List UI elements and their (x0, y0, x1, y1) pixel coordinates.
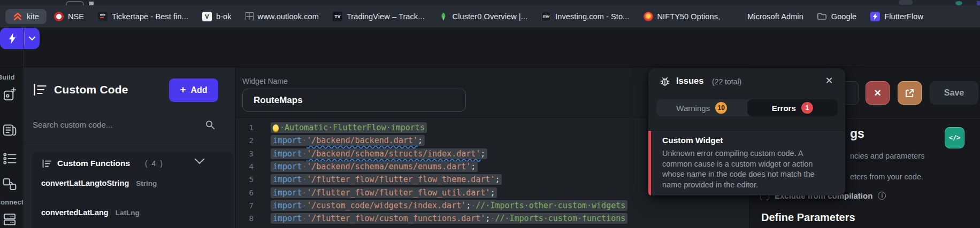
navigation-rail: Build Connect (0, 67, 24, 228)
bookmark-item[interactable]: kite (5, 9, 47, 24)
grid-favicon-icon (246, 12, 254, 20)
selected-code-text: import·'/backend/backend.dart'; (271, 135, 425, 146)
sidebar-item-integrations[interactable] (2, 176, 18, 192)
code-token: '/custom_code/widgets/index.dart' (307, 201, 466, 210)
code-token: import (273, 149, 302, 159)
code-token: ; (495, 175, 500, 184)
code-token: · (302, 188, 307, 198)
mongo-favicon-icon (439, 12, 448, 21)
line-number: 6 (236, 188, 271, 197)
microsoft-favicon-icon (734, 12, 743, 21)
settings-description-fragment: ncies and parameters (850, 152, 924, 160)
bookmark-label: Investing.com - Sto... (555, 12, 629, 21)
warnings-tab-label: Warnings (676, 104, 710, 113)
bookmark-item[interactable]: Vb-ok (202, 12, 232, 21)
lightbulb-icon[interactable] (273, 124, 279, 131)
custom-code-icon (33, 82, 48, 97)
bookmark-item[interactable]: TVTradingView – Track... (333, 12, 425, 21)
bookmark-item[interactable]: Google (817, 12, 856, 21)
run-app-split-button[interactable] (0, 28, 40, 49)
expand-editor-button[interactable] (898, 81, 922, 105)
warnings-count-badge: 10 (715, 102, 727, 114)
bookmark-item[interactable]: Microsoft Admin (734, 12, 803, 21)
code-token: · (302, 175, 307, 184)
code-line[interactable]: 8import·'/flutter_flow/custom_functions.… (236, 212, 749, 225)
tab-warnings[interactable]: Warnings 10 (656, 99, 747, 116)
line-number: 5 (236, 175, 271, 184)
close-editor-button[interactable]: ✕ (866, 81, 890, 105)
error-message: Unknown error compiling custom code. Aco… (662, 148, 839, 190)
lightning-icon[interactable] (0, 33, 24, 44)
bookmark-item[interactable]: Cluster0 Overview |... (439, 12, 528, 21)
search-custom-code-input[interactable] (33, 117, 209, 131)
run-options-chevron[interactable] (25, 36, 40, 41)
sidebar-item-widgets[interactable] (2, 87, 18, 103)
custom-functions-count: ( 4 ) (145, 159, 164, 168)
bookmark-label: Tickertape - Best fin... (112, 12, 188, 21)
bookmark-label: FlutterFlow (884, 12, 923, 21)
browser-toolbar-strip (0, 0, 980, 5)
selected-code-text: import·'/backend/schema/structs/index.da… (271, 148, 487, 159)
view-generated-code-button[interactable]: </> (945, 127, 964, 148)
widget-name-input[interactable] (242, 89, 466, 112)
bookmark-item[interactable]: FlutterFlow (870, 12, 923, 21)
bookmark-item[interactable]: Tickertape - Best fin... (98, 12, 188, 21)
code-line[interactable]: 7import·'/custom_code/widgets/index.dart… (236, 199, 749, 212)
flutterflow-favicon-icon (870, 12, 880, 21)
add-button-label: Add (191, 85, 208, 95)
close-icon: ✕ (874, 88, 881, 99)
sidebar-item-database[interactable] (2, 211, 18, 227)
code-token: ; (480, 149, 485, 159)
sidebar-item-custom-code[interactable] (2, 151, 18, 167)
selected-code-text: import·'/custom_code/widgets/index.dart'… (271, 200, 627, 211)
error-message-line: whose name in the code does not match th… (662, 169, 839, 180)
code-token: ; (466, 201, 471, 210)
bookmark-label: TradingView – Track... (347, 12, 425, 21)
line-number: 2 (236, 136, 271, 145)
code-token: ·Automatic·FlutterFlow·imports (280, 123, 425, 132)
code-token: import (273, 188, 302, 198)
sidebar-item-pages[interactable] (2, 122, 18, 138)
plus-icon: + (180, 84, 186, 96)
custom-function-row[interactable]: convertLatLangtoString String (41, 179, 157, 187)
close-icon[interactable]: ✕ (823, 74, 836, 87)
error-card[interactable]: Custom Widget Unknown error compiling cu… (648, 131, 845, 195)
function-name: convertedLatLang (41, 208, 109, 217)
investing-favicon-icon: Inv (541, 12, 551, 21)
bookmark-item[interactable]: InvInvesting.com - Sto... (541, 12, 629, 21)
tab-errors[interactable]: Errors 1 (747, 99, 838, 116)
bookmark-item[interactable]: www.outlook.com (246, 12, 319, 21)
bookmark-label: Cluster0 Overview |... (453, 12, 528, 21)
settings-heading-fragment: gs (850, 127, 864, 141)
tradingview-favicon-icon: TV (333, 12, 342, 21)
browser-tab-stub (66, 1, 84, 5)
bookmarks-bar: kiteNSETickertape - Best fin...Vb-okwww.… (0, 5, 980, 28)
code-token: · (302, 136, 307, 145)
function-return-type: LatLng (116, 209, 140, 217)
custom-functions-icon (41, 158, 52, 169)
save-button[interactable]: Save (930, 81, 978, 105)
custom-functions-card: Custom Functions ( 4 ) convertLatLangtoS… (32, 151, 234, 228)
add-custom-code-button[interactable]: + Add (169, 78, 218, 102)
code-token: import (273, 175, 302, 184)
info-icon[interactable]: i (878, 192, 886, 200)
code-token: ; (471, 162, 476, 171)
rail-section-build-label: Build (0, 74, 15, 81)
error-title: Custom Widget (662, 136, 723, 145)
code-token: import (273, 162, 302, 171)
open-in-new-icon (905, 88, 915, 98)
code-token: '/backend/schema/enums/enums.dart' (307, 162, 471, 171)
bookmark-item[interactable]: NIFTY50 Options, (644, 12, 721, 21)
line-number: 1 (236, 123, 271, 132)
issues-tabs: Warnings 10 Errors 1 (656, 99, 838, 116)
code-token: · (490, 214, 495, 223)
code-token: · (471, 201, 476, 210)
code-token: ; (490, 188, 495, 198)
search-icon[interactable] (205, 120, 215, 130)
bookmark-item[interactable]: NSE (54, 12, 84, 21)
custom-function-row[interactable]: convertedLatLang LatLng (41, 208, 140, 217)
line-number: 8 (236, 214, 271, 223)
selected-code-text: import·'/backend/schema/enums/enums.dart… (271, 161, 478, 172)
browser-avatar-stub (955, 1, 962, 5)
chevron-down-icon[interactable] (194, 158, 205, 164)
